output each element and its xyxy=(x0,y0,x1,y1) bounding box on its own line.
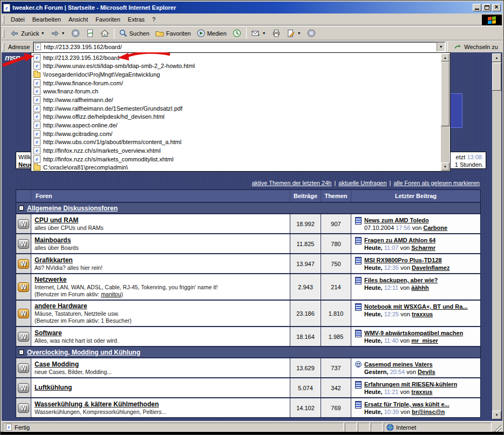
last-post-link[interactable]: Fragen zu AMD Athlon 64 xyxy=(364,236,435,244)
forum-link[interactable]: Case Modding xyxy=(35,361,287,369)
last-post-user-link[interactable]: traxxus xyxy=(412,311,433,317)
dropdown-scroll-down-button[interactable]: ▼ xyxy=(441,162,449,171)
last-post-user-link[interactable]: äähhh xyxy=(411,284,428,291)
forum-link[interactable]: andere Hardware xyxy=(35,302,287,310)
back-button[interactable]: Zurück ▼ xyxy=(7,27,47,40)
forum-link[interactable]: Wasserkühlung & kältere Kühlmethoden xyxy=(35,400,287,409)
go-button[interactable]: Wechseln zu xyxy=(449,43,502,51)
history-dropdown-item[interactable]: e http://www.ralfheimann.de/ xyxy=(32,96,441,104)
last-post-user-link[interactable]: DaveInflamez xyxy=(412,264,449,271)
forward-button[interactable]: ▼ xyxy=(47,27,68,40)
last-post-link[interactable]: News zum AMD Toledo xyxy=(364,216,447,224)
menu-item[interactable]: Datei xyxy=(7,15,29,24)
dropdown-scrollbar[interactable]: ▲ ▼ xyxy=(441,53,449,171)
forum-link[interactable]: Luftkühlung xyxy=(35,384,287,392)
back-history-caret-icon[interactable]: ▼ xyxy=(41,31,45,35)
link-mark-all-read[interactable]: alle Foren als gelesen markieren xyxy=(393,180,480,186)
history-dropdown-item[interactable]: e http://finfox.nzz.ch/s/markets_overvie… xyxy=(32,146,441,155)
messenger-button[interactable] xyxy=(304,27,319,40)
history-dropdown-item[interactable]: e http://213.239.195.162/board xyxy=(32,53,441,62)
last-post-link[interactable]: Files backupen, aber wie? xyxy=(364,276,438,284)
forum-link[interactable]: Netzwerke xyxy=(35,276,287,284)
toolbar-grip[interactable] xyxy=(3,29,4,38)
last-post-user-link[interactable]: mr_miser xyxy=(411,337,438,344)
history-dropdown-item[interactable]: e http://www.ralfheimann.de/1Semester/Gr… xyxy=(32,104,441,113)
von-label: von xyxy=(400,264,410,271)
home-button[interactable] xyxy=(97,27,112,40)
edit-button[interactable]: ▼ xyxy=(284,27,304,40)
link-current-polls[interactable]: aktuelle Umfragen xyxy=(338,180,386,186)
page-scrollbar[interactable]: ▲ ▼ xyxy=(492,53,501,419)
history-dropdown-item[interactable]: e C:\oracle\ora81\precomp\admin\ xyxy=(32,163,441,171)
search-button[interactable]: Suchen xyxy=(116,27,152,40)
history-dropdown-item[interactable]: e http://finfox.nzz.ch/s/markets_commodi… xyxy=(32,155,441,164)
favorites-button[interactable]: Favoriten xyxy=(152,27,194,40)
last-post-link[interactable]: Erfahrungen mit RIESEN-kühlern xyxy=(364,380,457,388)
scrollbar-thumb[interactable] xyxy=(492,63,501,91)
forum-link[interactable]: Mainboards xyxy=(35,236,287,244)
stop-button[interactable] xyxy=(68,27,83,40)
addressbar-grip[interactable] xyxy=(3,43,4,51)
last-post-date: Heute, xyxy=(364,284,383,291)
maximize-button[interactable] xyxy=(482,4,491,11)
forward-history-caret-icon[interactable]: ▼ xyxy=(62,31,65,35)
refresh-button[interactable] xyxy=(83,27,97,40)
history-dropdown-item[interactable]: e http://www.unav.es/cti/ldap-smb/ldap-s… xyxy=(32,62,441,71)
mail-caret-icon[interactable]: ▼ xyxy=(262,31,266,35)
menubar-grip[interactable] xyxy=(3,15,4,24)
history-items: e http://213.239.195.162/board e http://… xyxy=(32,53,441,171)
last-post-link[interactable]: Ersatz für Triple, was kühlt e... xyxy=(364,400,449,408)
last-post-link[interactable]: WMV-9 abwärtskompatibel machen xyxy=(364,329,463,337)
posts-count: 2.943 xyxy=(290,274,321,300)
last-post-cell: MSI RX9800Pro Plus-TD128 Heute, 12:35 vo… xyxy=(351,254,480,273)
close-button[interactable]: × xyxy=(492,4,501,11)
last-post-user-link[interactable]: Devils xyxy=(418,369,435,375)
menu-item[interactable]: Favoriten xyxy=(92,15,124,24)
minimize-button[interactable] xyxy=(473,4,481,11)
edit-caret-icon[interactable]: ▼ xyxy=(297,31,301,35)
mail-button[interactable]: ▼ xyxy=(248,27,269,40)
dropdown-scroll-up-button[interactable]: ▲ xyxy=(441,53,449,62)
history-dropdown-item[interactable]: e http://www.gcitrading.com/ xyxy=(32,130,441,138)
last-post-user-link[interactable]: Carbone xyxy=(424,225,448,231)
last-post-link[interactable]: Casemod meines Vaters xyxy=(364,361,435,368)
last-post-user-link[interactable]: br@insc@n xyxy=(412,409,445,415)
history-dropdown-item[interactable]: e http://www.offizz.de/helpdesk/hd_devis… xyxy=(32,112,441,121)
menu-item[interactable]: Bearbeiten xyxy=(29,15,65,24)
last-post-link[interactable]: MSI RX9800Pro Plus-TD128 xyxy=(364,256,449,264)
address-dropdown-button[interactable]: ▼ xyxy=(437,42,445,52)
section-title-link[interactable]: Allgemeine Diskussionsforen xyxy=(27,205,118,212)
history-dropdown-item[interactable]: e www.finanz-forum.ch xyxy=(32,87,441,96)
von-label: von xyxy=(400,284,410,291)
collapse-icon[interactable]: - xyxy=(19,350,24,355)
history-dropdown-item[interactable]: e http://www.finance-forum.com/ xyxy=(32,79,441,87)
resize-grip[interactable] xyxy=(493,423,501,432)
history-dropdown-item[interactable]: e \\rosegarden\doc\ProjMngt\VegaEntwickl… xyxy=(32,70,441,79)
menu-item[interactable]: Extras xyxy=(124,15,148,24)
last-post-user-link[interactable]: Scharmr xyxy=(411,244,435,251)
address-input[interactable]: e http://213.239.195.162/board/ ▼ xyxy=(33,42,446,52)
menu-item[interactable]: Ansicht xyxy=(65,15,92,24)
collapse-icon[interactable]: - xyxy=(19,206,24,210)
history-dropdown-item[interactable]: e http://www.ubs.com/1/g/about/bterms/co… xyxy=(32,138,441,146)
history-button[interactable] xyxy=(229,27,244,40)
last-post-cell: Ersatz für Triple, was kühlt e... Heute,… xyxy=(351,398,480,417)
address-url-text[interactable]: http://213.239.195.162/board/ xyxy=(44,44,434,50)
url-type-icon: e xyxy=(33,165,40,171)
menu-item[interactable]: ? xyxy=(148,15,159,24)
section-title-link[interactable]: Overclocking, Modding und Kühlung xyxy=(27,349,140,356)
active-user-link[interactable]: manitou xyxy=(101,291,121,297)
link-active-topics[interactable]: aktive Themen der letzten 24h xyxy=(252,180,332,186)
scroll-down-button[interactable]: ▼ xyxy=(492,411,501,419)
last-post-user-link[interactable]: traxxus xyxy=(411,389,432,395)
scroll-up-button[interactable]: ▲ xyxy=(492,53,501,62)
forum-link[interactable]: Grafikkarten xyxy=(35,256,287,264)
ie-e-glyph: e xyxy=(36,131,38,137)
forum-link[interactable]: Software xyxy=(35,329,287,337)
dropdown-scrollbar-thumb[interactable] xyxy=(441,62,449,126)
print-button[interactable] xyxy=(269,27,284,40)
media-button[interactable]: Medien xyxy=(194,27,229,40)
forum-link[interactable]: CPU und RAM xyxy=(35,216,287,225)
history-dropdown-item[interactable]: e http://www.aspect-online.de/ xyxy=(32,121,441,130)
last-post-link[interactable]: Notebook mit WSXGA+, BT und Ra... xyxy=(364,303,468,310)
